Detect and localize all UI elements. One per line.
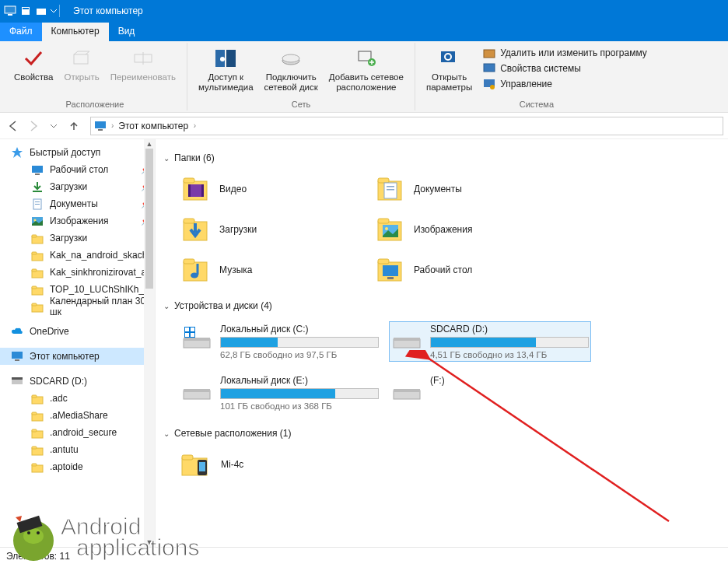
folder-tile[interactable]: Загрузки [179, 214, 350, 245]
svg-rect-63 [387, 186, 394, 187]
address-bar[interactable]: › Этот компьютер › [90, 117, 723, 135]
svg-rect-92 [182, 455, 193, 460]
folder-label: Рабочий стол [414, 264, 472, 275]
sidebar-item[interactable]: .aMediaShare [0, 407, 155, 424]
sidebar-onedrive[interactable]: OneDrive [0, 323, 155, 340]
svg-rect-13 [359, 51, 371, 61]
open-icon [69, 46, 94, 71]
recent-dropdown[interactable] [45, 117, 62, 135]
drive-tile[interactable]: (F:) [389, 373, 591, 413]
svg-rect-84 [191, 333, 194, 337]
folder-icon [31, 409, 44, 422]
sidebar-item[interactable]: Рабочий стол📌 [0, 161, 155, 178]
svg-rect-34 [32, 252, 37, 254]
check-icon [21, 46, 46, 71]
folder-icon [31, 266, 44, 278]
open-button[interactable]: Открыть [60, 44, 104, 84]
sidebar-item[interactable]: .android_secure [0, 424, 155, 441]
properties-button[interactable]: Свойства [9, 44, 58, 84]
add-netloc-button[interactable]: Добавить сетевое расположение [324, 44, 408, 94]
gear-icon [437, 46, 462, 71]
sidebar-quick-access[interactable]: Быстрый доступ [0, 144, 155, 161]
chevron-down-icon: ⌄ [163, 154, 170, 163]
drive-usage-bar [430, 337, 589, 348]
drive-free: 101 ГБ свободно из 368 ГБ [220, 401, 379, 411]
sidebar-item[interactable]: Документы📌 [0, 195, 155, 212]
section-devices-header[interactable]: ⌄ Устройства и диски (4) [163, 296, 720, 315]
add-netloc-icon [354, 46, 379, 71]
folder-label: Загрузки [219, 224, 257, 235]
svg-rect-76 [383, 265, 398, 276]
drive-icon [391, 375, 422, 401]
breadcrumb-root[interactable]: Этот компьютер › [118, 121, 196, 131]
sidebar-item[interactable]: Kak_sinkhronizirovat_andro [0, 264, 155, 281]
sidebar-this-pc[interactable]: Этот компьютер [0, 348, 155, 365]
up-button[interactable] [65, 117, 82, 135]
qat-properties-icon[interactable] [19, 4, 33, 18]
sidebar-item[interactable]: .antutu [0, 441, 155, 458]
sidebar-item[interactable]: Kak_na_android_skachat_vi [0, 247, 155, 264]
folder-tile[interactable]: Видео [179, 173, 350, 205]
section-netloc-header[interactable]: ⌄ Сетевые расположения (1) [163, 424, 720, 443]
drive-tile[interactable]: Локальный диск (C:)62,8 ГБ свободно из 9… [179, 321, 381, 362]
folder-tile[interactable]: Изображения [373, 214, 544, 245]
sidebar-sdcard[interactable]: SDCARD (D:) [0, 373, 155, 390]
svg-rect-66 [184, 219, 194, 223]
scroll-down-icon[interactable]: ▼ [144, 538, 155, 547]
tab-view[interactable]: Вид [109, 23, 145, 41]
forward-button[interactable] [25, 117, 42, 135]
chevron-down-icon: ⌄ [163, 429, 170, 438]
drive-name: Локальный диск (C:) [220, 324, 379, 335]
svg-rect-43 [12, 379, 23, 384]
netloc-label: Mi-4c [221, 459, 243, 470]
sidebar-item[interactable]: Загрузки📌 [0, 178, 155, 195]
svg-rect-59 [201, 184, 204, 197]
rename-button[interactable]: Переименовать [106, 44, 180, 84]
netloc-tile[interactable]: Mi-4c [179, 449, 705, 480]
folder-tile[interactable]: Музыка [179, 254, 350, 286]
folder-label: Музыка [219, 264, 252, 275]
sidebar-item[interactable]: .adc [0, 390, 155, 407]
section-folders-header[interactable]: ⌄ Папки (6) [163, 149, 720, 167]
svg-point-20 [490, 85, 495, 89]
sidebar-item[interactable]: Календарный план 30 шк [0, 298, 155, 315]
svg-rect-24 [35, 173, 40, 175]
scroll-thumb[interactable] [145, 149, 153, 289]
svg-rect-62 [384, 183, 397, 198]
folder-icon [31, 249, 44, 261]
svg-rect-72 [184, 259, 194, 264]
folder-icon [31, 283, 44, 296]
sidebar-item[interactable]: .aptoide [0, 458, 155, 475]
manage-button[interactable]: Управление [481, 77, 649, 91]
system-props-button[interactable]: Свойства системы [481, 61, 649, 75]
drive-tile[interactable]: Локальный диск (E:)101 ГБ свободно из 36… [179, 373, 381, 413]
svg-rect-9 [226, 50, 236, 67]
statusbar: Элементов: 11 [0, 547, 728, 564]
folder-tile[interactable]: Документы [373, 173, 544, 205]
media-access-button[interactable]: Доступ к мультимедиа [194, 44, 258, 94]
window-title: Этот компьютер [73, 5, 143, 16]
phone-folder-icon [179, 449, 213, 480]
open-params-button[interactable]: Открыть параметры [422, 44, 477, 94]
svg-rect-27 [35, 201, 40, 202]
tab-computer[interactable]: Компьютер [42, 23, 109, 41]
sidebar-item[interactable]: Загрузки [0, 229, 155, 247]
folder-tile[interactable]: Рабочий стол [373, 254, 544, 286]
tab-file[interactable]: Файл [0, 23, 42, 41]
drive-tile[interactable]: SDCARD (D:)4,51 ГБ свободно из 13,4 ГБ [389, 321, 591, 362]
qat-newfolder-icon[interactable] [34, 4, 48, 18]
sidebar-scrollbar[interactable]: ▲ ▼ [144, 139, 155, 547]
svg-rect-75 [378, 259, 389, 264]
sidebar-item[interactable]: Изображения📌 [0, 212, 155, 229]
folder-icon [373, 214, 408, 245]
scroll-up-icon[interactable]: ▲ [144, 139, 155, 149]
qat-dropdown-icon[interactable] [50, 7, 58, 15]
uninstall-button[interactable]: Удалить или изменить программу [481, 46, 649, 60]
drive-icon [181, 324, 212, 350]
svg-rect-38 [32, 286, 37, 289]
map-drive-button[interactable]: Подключить сетевой диск [260, 44, 323, 94]
chevron-right-icon[interactable]: › [111, 121, 114, 130]
drive-icon [11, 375, 23, 387]
back-button[interactable] [5, 117, 22, 135]
chevron-right-icon[interactable]: › [191, 121, 196, 130]
